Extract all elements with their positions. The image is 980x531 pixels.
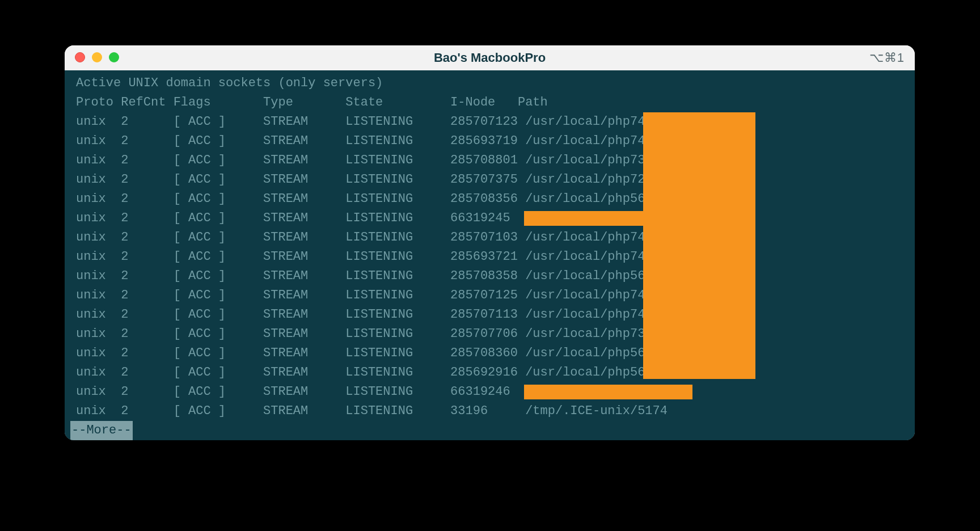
- title-bar: Bao's MacbookPro ⌥⌘1: [65, 45, 915, 70]
- output-heading: Active UNIX domain sockets (only servers…: [76, 74, 903, 93]
- socket-row: unix 2 [ ACC ] STREAM LISTENING 28569372…: [76, 247, 903, 267]
- socket-row: unix 2 [ ACC ] STREAM LISTENING 28570712…: [76, 286, 903, 305]
- socket-row: unix 2 [ ACC ] STREAM LISTENING 66319245: [76, 209, 903, 228]
- pager-more[interactable]: --More--: [65, 421, 915, 440]
- pager-more-label: --More--: [70, 421, 133, 440]
- socket-row: unix 2 [ ACC ] STREAM LISTENING 28570711…: [76, 305, 903, 324]
- redaction-inline: [524, 211, 692, 226]
- column-headers: Proto RefCnt Flags Type State I-Node Pat…: [76, 93, 903, 112]
- socket-row: unix 2 [ ACC ] STREAM LISTENING 28570835…: [76, 267, 903, 286]
- socket-row: unix 2 [ ACC ] STREAM LISTENING 28569371…: [76, 132, 903, 151]
- terminal-window: Bao's MacbookPro ⌥⌘1 Active UNIX domain …: [65, 45, 915, 440]
- socket-row: unix 2 [ ACC ] STREAM LISTENING 66319246: [76, 382, 903, 402]
- socket-row: unix 2 [ ACC ] STREAM LISTENING 28570835…: [76, 189, 903, 209]
- socket-row: unix 2 [ ACC ] STREAM LISTENING 28570836…: [76, 344, 903, 363]
- socket-row: unix 2 [ ACC ] STREAM LISTENING 33196 /t…: [76, 402, 903, 421]
- socket-row: unix 2 [ ACC ] STREAM LISTENING 28570712…: [76, 112, 903, 132]
- socket-row: unix 2 [ ACC ] STREAM LISTENING 28570880…: [76, 151, 903, 170]
- socket-row: unix 2 [ ACC ] STREAM LISTENING 28570710…: [76, 228, 903, 247]
- window-title: Bao's MacbookPro: [65, 45, 915, 70]
- redaction-inline: [524, 385, 692, 399]
- window-shortcut: ⌥⌘1: [869, 45, 905, 70]
- terminal-body[interactable]: Active UNIX domain sockets (only servers…: [65, 70, 915, 440]
- socket-row: unix 2 [ ACC ] STREAM LISTENING 28569291…: [76, 363, 903, 382]
- socket-row: unix 2 [ ACC ] STREAM LISTENING 28570770…: [76, 324, 903, 344]
- redaction-block: [643, 112, 755, 379]
- socket-row: unix 2 [ ACC ] STREAM LISTENING 28570737…: [76, 170, 903, 189]
